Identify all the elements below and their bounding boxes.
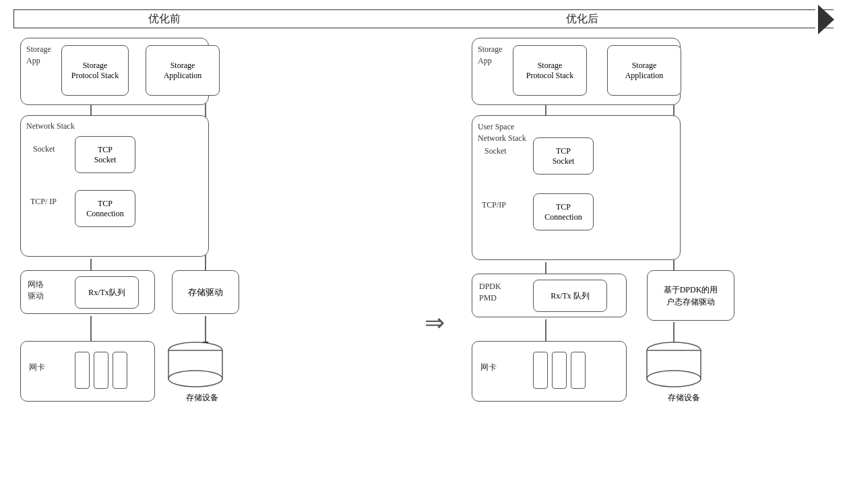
right-tcp-socket-label: TCP Socket	[553, 146, 575, 166]
right-tcpip-label: TCP/IP	[482, 200, 506, 210]
arrow-symbol: ⇒	[425, 309, 445, 337]
left-storage-app-box: StorageApp Storage Protocol Stack Storag…	[20, 38, 209, 105]
right-storage-device-label: 存储设备	[644, 392, 724, 404]
right-protocol-stack-box: Storage Protocol Stack	[513, 45, 587, 96]
left-protocol-stack-label: Storage Protocol Stack	[71, 61, 119, 81]
right-network-stack-box: User SpaceNetwork Stack Socket TCP Socke…	[472, 115, 681, 260]
left-protocol-stack-box: Storage Protocol Stack	[61, 45, 129, 96]
left-nic-cyl-1	[75, 352, 90, 389]
left-column: StorageApp Storage Protocol Stack Storag…	[13, 38, 404, 486]
left-socket-label: Socket	[33, 144, 55, 154]
right-tcp-connection-box: TCP Connection	[533, 193, 594, 230]
left-nic-cyl-3	[113, 352, 127, 389]
left-rxtx-queue-box: Rx/Tx队列	[75, 276, 139, 309]
right-nic-cylinders	[533, 352, 586, 389]
left-storage-app-label: StorageApp	[26, 44, 51, 67]
left-network-stack-box: Network Stack Socket TCP Socket TCP/ IP …	[20, 115, 209, 257]
right-column: StorageApp Storage Protocol Stack Storag…	[465, 38, 834, 486]
right-storage-app-label: StorageApp	[478, 44, 503, 67]
after-label: 优化后	[566, 12, 598, 26]
right-tcp-connection-label: TCP Connection	[544, 202, 582, 222]
right-dpdk-pmd-box: DPDKPMD Rx/Tx 队列	[472, 274, 627, 317]
right-rxtx-queue-box: Rx/Tx 队列	[533, 280, 607, 312]
left-tcp-socket-box: TCP Socket	[75, 136, 135, 173]
left-storage-device-svg	[165, 341, 226, 388]
left-storage-device: 存储设备	[165, 341, 239, 408]
left-nic-label: 网卡	[29, 362, 45, 373]
right-socket-label: Socket	[484, 146, 507, 156]
svg-point-9	[168, 371, 222, 387]
right-storage-app-box: StorageApp Storage Protocol Stack Storag…	[472, 38, 681, 105]
right-storage-device-svg	[644, 341, 704, 388]
right-dpdk-storage-label: 基于DPDK的用户态存储驱动	[664, 284, 718, 308]
right-protocol-stack-label: Storage Protocol Stack	[526, 61, 573, 81]
left-storage-application-box: Storage Application	[146, 45, 220, 96]
top-banner: 优化前 优化后	[13, 7, 834, 32]
right-nic-cyl-2	[552, 352, 567, 389]
left-tcp-socket-label: TCP Socket	[94, 145, 117, 165]
left-tcp-connection-box: TCP Connection	[75, 190, 135, 227]
left-nic-box: 网卡	[20, 341, 155, 402]
left-storage-device-label: 存储设备	[165, 392, 239, 404]
left-tcp-connection-label: TCP Connection	[86, 199, 123, 219]
left-storage-driver-box: 存储驱动	[172, 270, 239, 314]
right-nic-label: 网卡	[480, 362, 497, 373]
right-dpdk-pmd-label: DPDKPMD	[479, 281, 501, 304]
right-storage-application-label: Storage Application	[625, 61, 664, 81]
svg-point-19	[647, 371, 701, 387]
left-net-driver-label: 网络驱动	[28, 279, 44, 302]
left-storage-driver-label: 存储驱动	[188, 286, 223, 298]
right-rxtx-queue-label: Rx/Tx 队列	[551, 290, 590, 302]
left-storage-application-label: Storage Application	[164, 61, 202, 81]
page-container: 优化前 优化后	[0, 0, 847, 504]
left-network-stack-label: Network Stack	[26, 121, 75, 131]
right-dpdk-storage-box: 基于DPDK的用户态存储驱动	[647, 270, 734, 321]
right-storage-device: 存储设备	[644, 341, 724, 408]
banner-arrow	[13, 9, 834, 28]
left-nic-cylinders	[75, 352, 127, 389]
right-nic-cyl-3	[571, 352, 586, 389]
main-layout: StorageApp Storage Protocol Stack Storag…	[13, 38, 834, 486]
left-nic-cyl-2	[94, 352, 108, 389]
before-label: 优化前	[148, 12, 181, 26]
left-rxtx-queue-label: Rx/Tx队列	[88, 287, 125, 298]
left-tcpip-label: TCP/ IP	[30, 197, 57, 207]
right-storage-application-box: Storage Application	[607, 45, 681, 96]
left-net-driver-box: 网络驱动 Rx/Tx队列	[20, 270, 155, 314]
right-tcp-socket-box: TCP Socket	[533, 137, 594, 175]
right-nic-cyl-1	[533, 352, 548, 389]
middle-arrow: ⇒	[404, 159, 465, 486]
right-network-stack-label: User SpaceNetwork Stack	[478, 121, 526, 144]
right-nic-box: 网卡	[472, 341, 627, 402]
